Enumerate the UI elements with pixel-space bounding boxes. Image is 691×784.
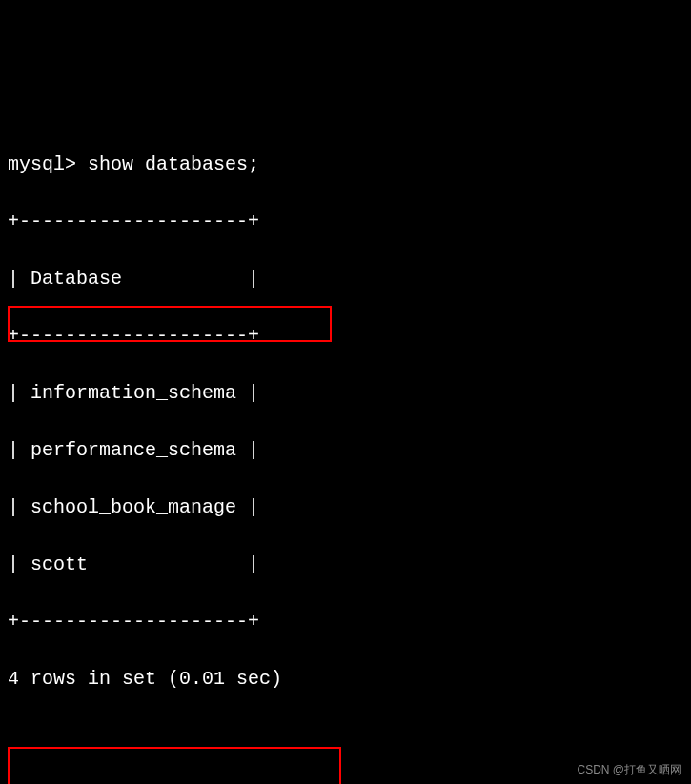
result-summary: 4 rows in set (0.01 sec) — [8, 665, 683, 694]
terminal-output: mysql> show databases; +----------------… — [8, 122, 683, 784]
table-row: | information_schema | — [8, 379, 683, 408]
table-border: +--------------------+ — [8, 208, 683, 236]
table-border: +--------------------+ — [8, 322, 683, 351]
table-row: | performance_schema | — [8, 436, 683, 465]
mysql-prompt: mysql> — [8, 153, 76, 175]
cmd-line-use-db: mysql> use school_book_manage; — [8, 779, 683, 784]
blank-line — [8, 722, 683, 751]
cmd-line-show-databases: mysql> show databases; — [8, 151, 683, 179]
table-header: | Database | — [8, 265, 683, 293]
table-row: | school_book_manage | — [8, 493, 683, 522]
watermark-text: CSDN @打鱼又晒网 — [577, 761, 681, 778]
table-border: +--------------------+ — [8, 608, 683, 636]
command-text: show databases; — [88, 153, 259, 175]
table-row: | scott | — [8, 551, 683, 579]
